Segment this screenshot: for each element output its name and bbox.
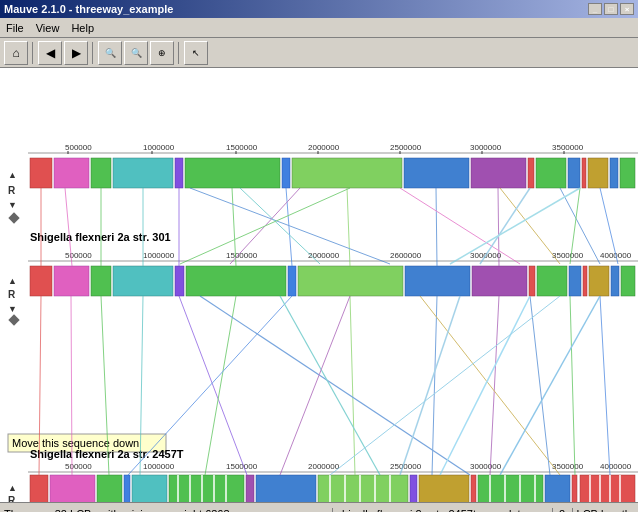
svg-rect-67 — [621, 266, 635, 296]
svg-text:1000000: 1000000 — [143, 143, 175, 152]
svg-text:▼: ▼ — [8, 200, 17, 210]
genome-canvas: 500000 1000000 1500000 2000000 2500000 3… — [0, 136, 638, 502]
svg-text:▲: ▲ — [8, 483, 17, 493]
svg-rect-117 — [256, 475, 316, 502]
svg-rect-52 — [54, 266, 89, 296]
svg-rect-132 — [545, 475, 570, 502]
status-genome-text: shigella flexneri 2a str. 2457t, complet… — [333, 508, 553, 513]
svg-text:▲: ▲ — [8, 276, 17, 286]
svg-text:2000000: 2000000 — [308, 143, 340, 152]
svg-text:Shigella flexneri 2a str. 2457: Shigella flexneri 2a str. 2457T — [30, 448, 184, 460]
svg-text:1500000: 1500000 — [226, 462, 258, 471]
svg-rect-107 — [97, 475, 122, 502]
status-num: 2 — [553, 508, 573, 513]
svg-text:4000000: 4000000 — [600, 462, 632, 471]
back-button[interactable]: ◀ — [38, 41, 62, 65]
svg-rect-61 — [529, 266, 535, 296]
svg-text:R: R — [8, 289, 16, 300]
svg-rect-31 — [536, 158, 566, 188]
forward-button[interactable]: ▶ — [64, 41, 88, 65]
svg-rect-34 — [588, 158, 608, 188]
svg-rect-127 — [478, 475, 543, 502]
home-button[interactable]: ⌂ — [4, 41, 28, 65]
svg-rect-33 — [582, 158, 586, 188]
svg-text:R: R — [8, 185, 16, 196]
svg-text:▼: ▼ — [8, 304, 17, 314]
toolbar-sep3 — [178, 42, 180, 64]
svg-rect-28 — [404, 158, 469, 188]
svg-text:1500000: 1500000 — [226, 143, 258, 152]
svg-text:2600000: 2600000 — [390, 251, 422, 260]
minimize-button[interactable]: _ — [588, 3, 602, 15]
svg-rect-118 — [318, 475, 408, 502]
svg-rect-64 — [583, 266, 587, 296]
zoom-in-button[interactable]: 🔍 — [98, 41, 122, 65]
svg-rect-51 — [30, 266, 52, 296]
menu-file[interactable]: File — [0, 20, 30, 36]
status-lcb-text: LCB length: — [573, 508, 638, 513]
zoom-out-button[interactable]: 🔍 — [124, 41, 148, 65]
svg-rect-22 — [91, 158, 111, 188]
menu-help[interactable]: Help — [65, 20, 100, 36]
svg-rect-54 — [113, 266, 173, 296]
close-button[interactable]: × — [620, 3, 634, 15]
toolbar-sep1 — [32, 42, 34, 64]
svg-rect-53 — [91, 266, 111, 296]
svg-text:3500000: 3500000 — [552, 251, 584, 260]
svg-rect-58 — [298, 266, 403, 296]
svg-text:2000000: 2000000 — [308, 251, 340, 260]
svg-rect-30 — [528, 158, 534, 188]
svg-text:3000000: 3000000 — [470, 143, 502, 152]
svg-text:1000000: 1000000 — [143, 462, 175, 471]
svg-text:3500000: 3500000 — [552, 462, 584, 471]
svg-text:1500000: 1500000 — [226, 251, 258, 260]
svg-rect-20 — [30, 158, 52, 188]
svg-text:R: R — [8, 495, 16, 502]
svg-rect-57 — [288, 266, 296, 296]
svg-rect-60 — [472, 266, 527, 296]
svg-rect-56 — [186, 266, 286, 296]
svg-rect-26 — [282, 158, 290, 188]
svg-rect-59 — [405, 266, 470, 296]
svg-rect-133 — [572, 475, 577, 502]
svg-rect-29 — [471, 158, 526, 188]
svg-rect-55 — [175, 266, 184, 296]
svg-rect-21 — [54, 158, 89, 188]
zoom-fit-button[interactable]: ⊕ — [150, 41, 174, 65]
svg-rect-108 — [124, 475, 130, 502]
svg-rect-105 — [30, 475, 48, 502]
status-main-text: There are 32 LCBs with minimum weight 63… — [0, 508, 333, 513]
svg-text:2500000: 2500000 — [390, 462, 422, 471]
svg-rect-23 — [113, 158, 173, 188]
svg-rect-106 — [50, 475, 95, 502]
status-bar: There are 32 LCBs with minimum weight 63… — [0, 502, 638, 512]
svg-rect-32 — [568, 158, 580, 188]
cursor-button[interactable]: ↖ — [184, 41, 208, 65]
svg-rect-27 — [292, 158, 402, 188]
svg-rect-126 — [471, 475, 476, 502]
menu-view[interactable]: View — [30, 20, 66, 36]
main-area: 500000 1000000 1500000 2000000 2500000 3… — [0, 68, 638, 512]
svg-text:2500000: 2500000 — [390, 143, 422, 152]
svg-rect-63 — [569, 266, 581, 296]
svg-text:Shigella flexneri 2a str. 301: Shigella flexneri 2a str. 301 — [30, 231, 171, 243]
svg-text:▲: ▲ — [8, 170, 17, 180]
svg-rect-124 — [410, 475, 417, 502]
svg-rect-35 — [610, 158, 618, 188]
svg-rect-65 — [589, 266, 609, 296]
svg-rect-110 — [169, 475, 244, 502]
svg-text:500000: 500000 — [65, 143, 92, 152]
maximize-button[interactable]: □ — [604, 3, 618, 15]
svg-rect-25 — [185, 158, 280, 188]
svg-rect-24 — [175, 158, 183, 188]
svg-rect-66 — [611, 266, 619, 296]
svg-rect-62 — [537, 266, 567, 296]
title-bar: Mauve 2.1.0 - threeway_example _ □ × — [0, 0, 638, 18]
toolbar: ⌂ ◀ ▶ 🔍 🔍 ⊕ ↖ — [0, 38, 638, 68]
svg-text:3500000: 3500000 — [552, 143, 584, 152]
svg-rect-36 — [620, 158, 635, 188]
svg-text:1000000: 1000000 — [143, 251, 175, 260]
toolbar-sep2 — [92, 42, 94, 64]
visualization-svg: 500000 1000000 1500000 2000000 2500000 3… — [0, 136, 638, 502]
svg-rect-116 — [246, 475, 254, 502]
